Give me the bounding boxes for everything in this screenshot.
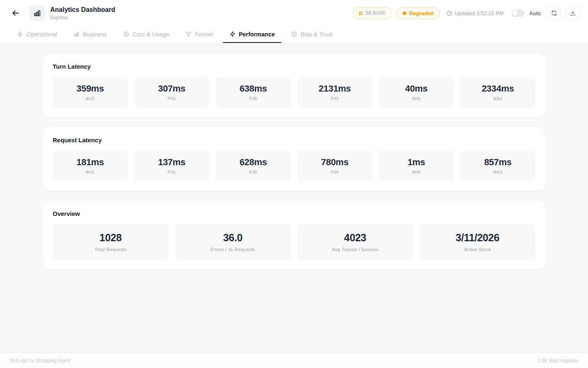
stat-value: 780ms (321, 157, 348, 168)
overview-card: Overview 1028 Total Requests 36.0 Errors… (43, 201, 545, 269)
refresh-icon (551, 10, 557, 16)
stat-tile-max: 857ms MAX (460, 150, 535, 181)
turn-latency-card: Turn Latency 359ms AVG 307ms P50 638ms P… (43, 54, 545, 117)
stat-tile-avg: 359ms AVG (53, 77, 128, 108)
updated-text: Updated 3:52:23 PM (455, 10, 503, 16)
status-dot-icon (403, 11, 406, 15)
stat-tile-error-rate: 36.0 Errors / 1k Requests (175, 224, 291, 260)
tab-cost-usage[interactable]: Cost & Usage (117, 26, 176, 43)
stat-tile-p95: 628ms P95 (216, 150, 291, 181)
back-button[interactable] (9, 7, 22, 20)
tab-bar: Operational Business Cost & Usage Funnel… (0, 26, 588, 43)
stat-label: P95 (249, 170, 257, 175)
stat-label: P95 (249, 96, 257, 101)
stat-value: 1028 (100, 232, 122, 244)
stat-value: 638ms (240, 83, 267, 94)
bolt-icon (17, 31, 23, 37)
bar-chart-icon (33, 9, 41, 17)
stat-label: Errors / 1k Requests (211, 247, 255, 252)
stat-tile-avg: 181ms AVG (53, 150, 128, 181)
arrow-left-icon (11, 9, 20, 18)
header-actions: D 58.9/100 Degraded Updated 3:52:23 PM A… (353, 6, 580, 20)
auto-label: Auto (529, 10, 541, 16)
stat-tile-p99: 780ms P99 (297, 150, 372, 181)
stat-tile-p95: 638ms P95 (216, 77, 291, 108)
tab-label: Business (83, 31, 107, 38)
status-badge: Degraded (396, 7, 440, 19)
stat-value: 2334ms (482, 83, 514, 94)
shield-check-icon (291, 31, 297, 37)
main-content: Turn Latency 359ms AVG 307ms P50 638ms P… (0, 43, 588, 353)
tab-business[interactable]: Business (67, 26, 114, 43)
download-button[interactable] (566, 6, 580, 20)
stat-label: P99 (331, 170, 339, 175)
page-subtitle: Express (50, 15, 115, 20)
score-badge: D 58.9/100 (353, 7, 392, 19)
request-latency-card: Request Latency 181ms AVG 137ms P50 628m… (43, 127, 545, 191)
stat-value: 857ms (484, 157, 512, 168)
clock-icon (446, 10, 452, 16)
tab-label: Operational (27, 31, 57, 38)
score-value: 58.9/100 (365, 10, 385, 16)
stat-tile-p50: 137ms P50 (134, 150, 209, 181)
stat-value: 307ms (158, 83, 185, 94)
stat-label: Avg Tokens / Session (332, 247, 379, 252)
tab-funnel[interactable]: Funnel (179, 26, 219, 43)
tab-performance[interactable]: Performance (223, 26, 282, 43)
refresh-button[interactable] (547, 6, 561, 20)
tab-label: Bias & Trust (301, 31, 332, 38)
stat-tile-avg-tokens: 4023 Avg Tokens / Session (297, 224, 413, 260)
stat-label: MAX (493, 170, 502, 175)
stat-value: 36.0 (223, 232, 243, 244)
score-grade: D (359, 10, 363, 16)
stat-grid: 359ms AVG 307ms P50 638ms P95 2131ms P99… (53, 77, 535, 108)
dollar-circle-icon (123, 31, 129, 37)
stat-tile-max: 2334ms MAX (460, 77, 535, 108)
stat-label: MIN (412, 170, 420, 175)
stat-value: 181ms (76, 157, 104, 168)
download-icon (570, 10, 576, 16)
stat-label: MAX (493, 96, 502, 101)
stat-tile-min: 40ms MIN (379, 77, 454, 108)
stat-tile-total-requests: 1028 Total Requests (53, 224, 169, 260)
title-block: Analytics Dashboard Express (50, 6, 115, 20)
stat-value: 4023 (344, 232, 366, 244)
card-title: Turn Latency (53, 63, 535, 70)
last-updated: Updated 3:52:23 PM (446, 10, 503, 16)
stat-tile-min: 1ms MIN (379, 150, 454, 181)
status-label: Degraded (409, 10, 434, 16)
footer-total-requests: 1.0K total requests (537, 358, 578, 364)
tab-label: Cost & Usage (133, 31, 169, 38)
stat-label: MIN (412, 96, 420, 101)
funnel-icon (185, 31, 192, 37)
stat-label: Total Requests (94, 247, 127, 252)
auto-refresh-toggle[interactable] (512, 9, 524, 17)
tab-label: Performance (239, 31, 275, 38)
stat-value: 628ms (240, 157, 267, 168)
toggle-knob (512, 10, 518, 16)
stat-value: 1ms (408, 157, 425, 168)
footer-agent-name: NULogic AI Shopping Agent (10, 358, 70, 364)
stat-value: 359ms (76, 83, 104, 94)
stat-label: P50 (168, 170, 176, 175)
tab-bias-trust[interactable]: Bias & Trust (285, 26, 339, 43)
stat-grid: 1028 Total Requests 36.0 Errors / 1k Req… (53, 224, 535, 260)
bar-chart-icon (74, 31, 80, 37)
stat-value: 3/11/2026 (456, 232, 499, 244)
tab-label: Funnel (195, 31, 213, 38)
card-title: Request Latency (53, 137, 535, 144)
page-title: Analytics Dashboard (50, 6, 115, 13)
app-logo (29, 5, 45, 21)
stat-value: 2131ms (318, 83, 351, 94)
stat-tile-p50: 307ms P50 (134, 77, 209, 108)
stat-value: 40ms (405, 83, 428, 94)
stat-grid: 181ms AVG 137ms P50 628ms P95 780ms P99 … (53, 150, 535, 181)
stat-label: P50 (168, 96, 176, 101)
stat-label: AVG (86, 170, 95, 175)
stat-label: P99 (331, 96, 339, 101)
stat-label: Active Since (464, 247, 491, 252)
bolt-icon (229, 31, 236, 37)
footer: NULogic AI Shopping Agent 1.0K total req… (0, 353, 588, 368)
tab-operational[interactable]: Operational (11, 26, 64, 43)
header: Analytics Dashboard Express D 58.9/100 D… (0, 0, 588, 26)
